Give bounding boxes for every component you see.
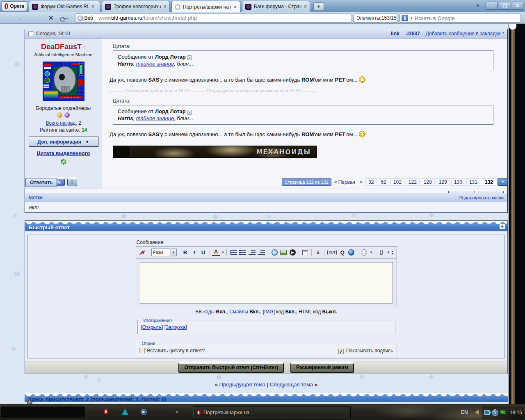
post-select-checkbox[interactable] (28, 31, 33, 36)
submit-quick-reply-button[interactable]: Отправить быстрый ответ (Ctrl+Enter) (178, 362, 284, 373)
quicklaunch-opera-icon[interactable] (104, 409, 108, 414)
window-minimize-button[interactable] (486, 2, 498, 10)
page-link[interactable]: 131 (466, 178, 480, 186)
award-icon[interactable] (64, 112, 70, 118)
quicklaunch-triangle-icon[interactable] (122, 409, 128, 415)
tab-close-icon[interactable] (164, 4, 167, 9)
start-panel[interactable] (1, 406, 85, 418)
page-link[interactable]: 128 (421, 178, 435, 186)
key-icon[interactable] (60, 17, 68, 20)
quicklaunch-media-player-icon[interactable] (141, 409, 147, 415)
tab-close-icon[interactable] (91, 4, 94, 9)
post-link[interactable]: link (391, 31, 399, 37)
smilies-dropdown-icon[interactable] (370, 251, 373, 254)
message-textarea[interactable] (140, 262, 393, 304)
edit-tags-link[interactable]: Редактировать метки (459, 195, 504, 200)
underline-button[interactable]: U (199, 249, 208, 257)
window-maximize-button[interactable] (499, 2, 511, 10)
tray-collapse-arrow-icon[interactable] (475, 410, 479, 415)
page-link[interactable]: 32 (365, 178, 377, 186)
img-code-link[interactable]: [IMG] (263, 309, 275, 315)
power-tray-icon[interactable] (492, 409, 498, 416)
font-size-select[interactable]: Разм (151, 249, 170, 256)
tags-title-link[interactable]: Метки (29, 195, 43, 201)
editor-resize-handle[interactable] (391, 250, 394, 255)
awards-link[interactable]: Всего наград (46, 120, 75, 126)
advanced-mode-button[interactable]: Расширенный режим (290, 362, 354, 373)
outdent-icon[interactable] (249, 250, 256, 255)
google-search-box[interactable] (399, 14, 521, 23)
page-link[interactable]: 122 (406, 178, 420, 186)
award-icon[interactable] (57, 112, 62, 118)
remove-format-icon[interactable]: A (139, 249, 147, 257)
prev-page-link[interactable]: < (358, 178, 364, 186)
taskbar-active-window-button[interactable]: Портреты/шаржи на... (193, 406, 351, 418)
insert-quote-icon[interactable] (302, 250, 308, 255)
attachment-icon[interactable] (380, 250, 383, 255)
html-sphere-icon[interactable] (348, 249, 354, 256)
user-dropdown-icon[interactable] (83, 45, 86, 49)
font-color-dropdown-icon[interactable] (221, 251, 225, 254)
quote-selected-link[interactable]: Цитата выделенного (27, 151, 99, 156)
attachment-dropdown-icon[interactable] (387, 251, 390, 254)
forward-icon[interactable] (34, 14, 40, 21)
offtop-tag-icon[interactable]: Q (338, 249, 347, 257)
insert-image-icon[interactable] (280, 250, 287, 255)
tab-forum[interactable]: Форум Old-Games.RU. В... (29, 1, 100, 12)
collapse-icon[interactable] (500, 224, 505, 229)
previous-topic-link[interactable]: Предыдущая тема (219, 381, 265, 388)
show-signature-checkbox[interactable] (338, 349, 344, 354)
smilies-link[interactable]: Смайлы (229, 309, 248, 315)
ordered-list-icon[interactable] (230, 250, 237, 255)
tab-close-icon[interactable] (234, 4, 237, 10)
next-topic-link[interactable]: Следующая тема (270, 381, 313, 388)
view-post-icon[interactable] (187, 110, 192, 115)
tab-bugs[interactable]: Баги форума - Страниц... (242, 1, 310, 12)
window-close-button[interactable] (512, 2, 523, 10)
bookmark-star-link[interactable]: * (502, 32, 504, 36)
italic-button[interactable]: I (190, 249, 199, 257)
insert-quote-checkbox[interactable] (139, 348, 145, 353)
smilies-icon[interactable] (361, 249, 367, 256)
view-post-icon[interactable] (187, 55, 192, 60)
search-input[interactable] (415, 15, 519, 21)
bookmark-link[interactable]: Добавить сообщение в закладки (426, 31, 500, 37)
cut-tag-icon[interactable]: CUT (327, 250, 336, 255)
open-images-link[interactable]: [Открыть] (141, 324, 163, 330)
font-size-dropdown-icon[interactable] (171, 249, 177, 256)
more-info-button[interactable]: Доп. информация (29, 137, 98, 147)
page-link[interactable]: 102 (390, 178, 404, 186)
code-button[interactable]: # (314, 249, 322, 257)
back-icon[interactable] (18, 14, 24, 21)
bold-button[interactable]: B (181, 249, 189, 257)
unordered-list-icon[interactable] (239, 250, 246, 255)
opera-menu-button[interactable]: Opera (2, 1, 27, 11)
upload-images-link[interactable]: [Загрузка] (164, 324, 187, 330)
first-page-link[interactable]: « Первая (333, 178, 357, 186)
post-number-link[interactable]: #2637 (406, 31, 420, 37)
reply-button[interactable]: Ответить (25, 178, 57, 187)
user-avatar[interactable] (27, 62, 99, 103)
tab-portraits-active[interactable]: Портреты/шаржи на на... (171, 1, 240, 12)
web-mode-button[interactable]: Веб (75, 14, 96, 23)
page-link[interactable]: 130 (451, 178, 465, 186)
quoted-link[interactable]: тайное знание (136, 61, 174, 67)
indent-icon[interactable] (258, 250, 265, 255)
username-link[interactable]: DeaDFausT (27, 43, 99, 51)
tab-list-dropdown-icon[interactable] (476, 3, 480, 8)
url-field[interactable]: www.old-games.ru/forum/showthread.php (95, 14, 351, 23)
insert-link-icon[interactable] (272, 249, 278, 256)
signature-banner[interactable]: МЕХАНОИДЫ (113, 146, 317, 158)
security-tray-icon[interactable] (500, 410, 506, 415)
tab-close-icon[interactable] (304, 4, 307, 9)
network-tray-icon[interactable] (484, 410, 490, 415)
new-tab-button[interactable] (313, 2, 324, 10)
stop-icon[interactable] (48, 14, 54, 22)
page-link[interactable]: 62 (378, 178, 389, 186)
quoted-link[interactable]: тайное знание (136, 115, 174, 121)
insert-video-icon[interactable] (290, 249, 296, 256)
search-engine-dropdown-icon[interactable] (410, 16, 413, 20)
font-color-button[interactable]: A (212, 249, 220, 256)
tab-trophies[interactable]: Трофеи новогодних ох... (102, 1, 170, 12)
language-indicator[interactable]: EN (461, 409, 468, 415)
